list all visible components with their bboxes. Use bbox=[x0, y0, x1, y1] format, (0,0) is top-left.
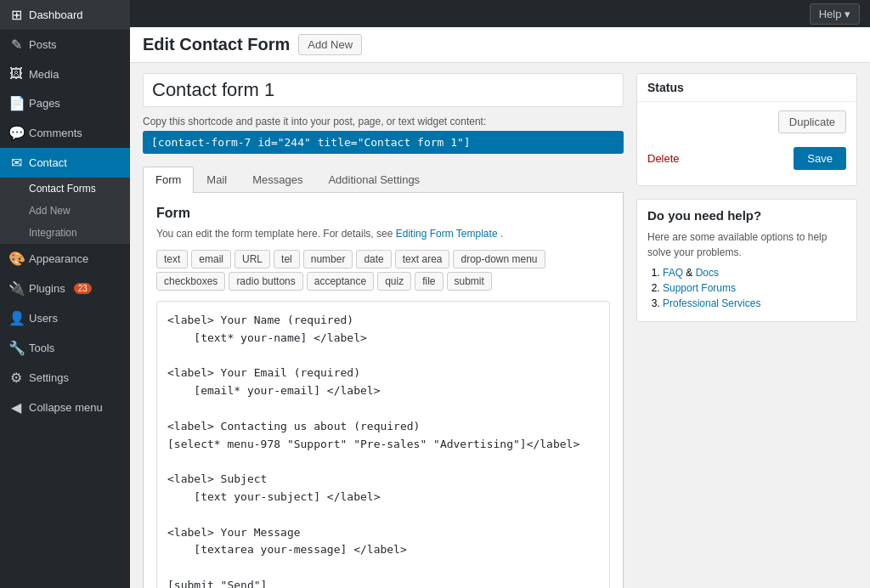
help-button[interactable]: Help ▾ bbox=[810, 3, 860, 25]
support-forums-link[interactable]: Support Forums bbox=[663, 282, 736, 294]
tag-button-acceptance[interactable]: acceptance bbox=[307, 272, 374, 291]
sidebar-sub-item-add-new[interactable]: Add New bbox=[0, 200, 130, 222]
delete-link[interactable]: Delete bbox=[647, 152, 680, 165]
sidebar-sub-item-contact-forms[interactable]: Contact Forms bbox=[0, 178, 130, 200]
tag-button-date[interactable]: date bbox=[356, 250, 391, 269]
sidebar-item-appearance[interactable]: 🎨 Appearance bbox=[0, 244, 130, 274]
settings-icon: ⚙ bbox=[8, 370, 24, 386]
tag-buttons-row: textemailURLtelnumberdatetext areadrop-d… bbox=[156, 250, 610, 291]
tab-mail[interactable]: Mail bbox=[194, 167, 240, 192]
sidebar-item-pages[interactable]: 📄 Pages bbox=[0, 88, 130, 118]
contact-icon: ✉ bbox=[8, 155, 24, 171]
docs-link[interactable]: Docs bbox=[696, 267, 719, 279]
help-box: Do you need help? Here are some availabl… bbox=[636, 199, 857, 322]
tools-icon: 🔧 bbox=[8, 340, 24, 356]
contact-submenu: Contact Forms Add New Integration bbox=[0, 178, 130, 244]
status-box: Status Duplicate Delete Save bbox=[636, 73, 857, 186]
help-list-item-1: FAQ & Docs bbox=[663, 267, 846, 279]
tab-form[interactable]: Form bbox=[143, 167, 194, 193]
editing-form-template-link[interactable]: Editing Form Template bbox=[396, 228, 498, 240]
sidebar-sub-item-integration[interactable]: Integration bbox=[0, 222, 130, 244]
plugins-badge: 23 bbox=[74, 283, 92, 294]
tab-messages[interactable]: Messages bbox=[240, 167, 315, 192]
tag-button-number[interactable]: number bbox=[303, 250, 353, 269]
duplicate-button[interactable]: Duplicate bbox=[778, 110, 846, 133]
tab-content-form: Form You can edit the form template here… bbox=[143, 193, 624, 588]
sidebar-item-label: Appearance bbox=[29, 252, 88, 265]
page-header: Edit Contact Form Add New bbox=[130, 27, 870, 63]
tag-button-email[interactable]: email bbox=[191, 250, 231, 269]
tag-button-checkboxes[interactable]: checkboxes bbox=[156, 272, 225, 291]
sidebar-item-label: Users bbox=[29, 312, 58, 325]
form-section-title: Form bbox=[156, 206, 610, 221]
help-box-description: Here are some available options to help … bbox=[647, 229, 846, 260]
page-title: Edit Contact Form bbox=[143, 35, 290, 54]
dashboard-icon: ⊞ bbox=[8, 7, 24, 23]
media-icon: 🖼 bbox=[8, 66, 24, 82]
tag-button-drop-down-menu[interactable]: drop-down menu bbox=[453, 250, 545, 269]
sidebar-item-label: Pages bbox=[29, 97, 60, 110]
help-list-item-2: Support Forums bbox=[663, 282, 846, 294]
sidebar-item-label: Contact bbox=[29, 156, 67, 169]
tag-button-file[interactable]: file bbox=[415, 272, 443, 291]
tag-button-text[interactable]: text bbox=[156, 250, 188, 269]
professional-services-link[interactable]: Professional Services bbox=[663, 297, 760, 309]
sidebar-item-label: Settings bbox=[29, 371, 69, 384]
help-box-title: Do you need help? bbox=[647, 208, 846, 223]
collapse-icon: ◀ bbox=[8, 399, 24, 416]
form-code-editor[interactable]: <label> Your Name (required) [text* your… bbox=[156, 301, 610, 588]
status-box-title: Status bbox=[637, 74, 856, 102]
form-name-input[interactable] bbox=[143, 73, 624, 107]
help-box-body: Do you need help? Here are some availabl… bbox=[637, 200, 856, 321]
left-panel: Copy this shortcode and paste it into yo… bbox=[143, 73, 624, 578]
sidebar-item-comments[interactable]: 💬 Comments bbox=[0, 118, 130, 148]
sidebar-item-settings[interactable]: ⚙ Settings bbox=[0, 363, 130, 393]
tag-button-text-area[interactable]: text area bbox=[395, 250, 450, 269]
sidebar-item-label: Media bbox=[29, 68, 59, 81]
main-content: Help ▾ Edit Contact Form Add New Copy th… bbox=[130, 0, 870, 588]
form-description-prefix: You can edit the form template here. For… bbox=[156, 228, 396, 240]
sidebar-item-plugins[interactable]: 🔌 Plugins 23 bbox=[0, 274, 130, 303]
save-button[interactable]: Save bbox=[794, 147, 846, 170]
help-links-list: FAQ & Docs Support Forums Professional S… bbox=[647, 267, 846, 309]
sidebar-item-label: Plugins bbox=[29, 282, 65, 295]
sidebar-item-collapse[interactable]: ◀ Collapse menu bbox=[0, 393, 130, 422]
sidebar-item-label: Tools bbox=[29, 342, 54, 354]
shortcode-label: Copy this shortcode and paste it into yo… bbox=[143, 116, 624, 127]
tag-button-submit[interactable]: submit bbox=[447, 272, 492, 291]
form-description: You can edit the form template here. For… bbox=[156, 228, 610, 240]
sidebar-item-posts[interactable]: ✎ Posts bbox=[0, 30, 130, 59]
sidebar-item-label: Posts bbox=[29, 38, 57, 51]
tag-button-radio-buttons[interactable]: radio buttons bbox=[229, 272, 302, 291]
appearance-icon: 🎨 bbox=[8, 251, 24, 267]
topbar: Help ▾ bbox=[130, 0, 870, 27]
status-box-body: Duplicate Delete Save bbox=[637, 102, 856, 185]
pages-icon: 📄 bbox=[8, 95, 24, 111]
sidebar-item-label: Comments bbox=[29, 127, 82, 139]
tag-button-quiz[interactable]: quiz bbox=[377, 272, 411, 291]
tag-button-URL[interactable]: URL bbox=[234, 250, 270, 269]
sidebar-item-contact[interactable]: ✉ Contact bbox=[0, 148, 130, 178]
posts-icon: ✎ bbox=[8, 37, 24, 53]
help-separator-1: & bbox=[686, 267, 695, 279]
comments-icon: 💬 bbox=[8, 125, 24, 141]
users-icon: 👤 bbox=[8, 310, 24, 326]
tabs-bar: Form Mail Messages Additional Settings bbox=[143, 167, 624, 193]
add-new-button[interactable]: Add New bbox=[298, 34, 362, 55]
sidebar-item-media[interactable]: 🖼 Media bbox=[0, 59, 130, 88]
form-description-suffix: . bbox=[500, 228, 503, 240]
shortcode-box[interactable]: [contact-form-7 id="244" title="Contact … bbox=[143, 131, 624, 154]
plugins-icon: 🔌 bbox=[8, 280, 24, 297]
right-panel: Status Duplicate Delete Save Do you need… bbox=[636, 73, 857, 578]
help-list-item-3: Professional Services bbox=[663, 297, 846, 309]
sidebar: ⊞ Dashboard ✎ Posts 🖼 Media 📄 Pages 💬 Co… bbox=[0, 0, 130, 588]
sidebar-item-tools[interactable]: 🔧 Tools bbox=[0, 333, 130, 363]
tab-additional-settings[interactable]: Additional Settings bbox=[315, 167, 432, 192]
faq-link[interactable]: FAQ bbox=[663, 267, 683, 279]
sidebar-item-users[interactable]: 👤 Users bbox=[0, 303, 130, 333]
sidebar-item-dashboard[interactable]: ⊞ Dashboard bbox=[0, 0, 130, 30]
sidebar-item-label: Dashboard bbox=[29, 8, 83, 21]
status-actions-row: Delete Save bbox=[647, 140, 846, 177]
tag-button-tel[interactable]: tel bbox=[274, 250, 300, 269]
sidebar-item-label: Collapse menu bbox=[29, 401, 103, 414]
